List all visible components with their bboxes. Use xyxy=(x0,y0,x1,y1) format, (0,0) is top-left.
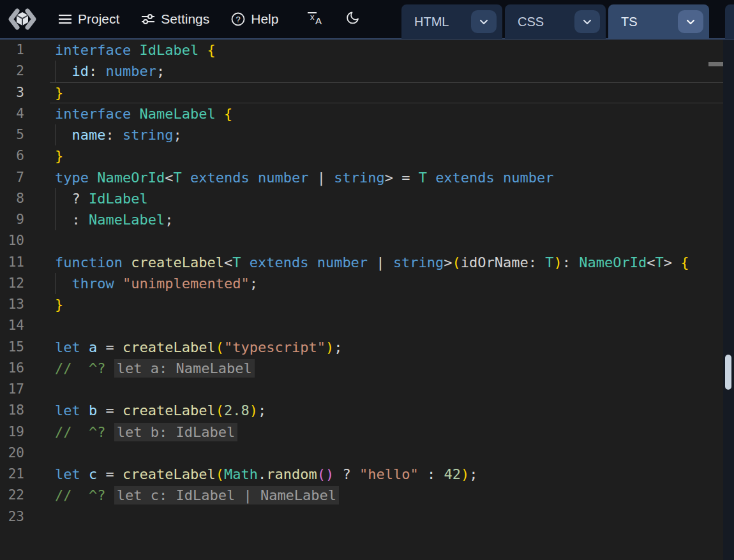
code-token xyxy=(89,170,97,186)
code-line[interactable]: 23 xyxy=(0,506,723,527)
code-line[interactable]: 13} xyxy=(0,294,723,315)
code-line[interactable]: 10 xyxy=(0,230,723,251)
tab-ts-dropdown-button[interactable] xyxy=(678,10,703,33)
line-number[interactable]: 11 xyxy=(0,252,24,273)
menu-settings[interactable]: Settings xyxy=(130,0,220,38)
code-token: interface xyxy=(55,42,131,58)
code-token: ; xyxy=(258,402,266,418)
line-number[interactable]: 16 xyxy=(0,358,24,379)
code-line[interactable]: 14 xyxy=(0,315,723,336)
line-number[interactable]: 12 xyxy=(0,273,24,294)
code-line[interactable]: 6} xyxy=(0,145,723,166)
tab-html[interactable]: HTML xyxy=(401,4,502,39)
line-number[interactable]: 15 xyxy=(0,337,24,358)
line-number[interactable]: 9 xyxy=(0,209,24,230)
code-token: // ^? xyxy=(55,360,114,376)
code-token: ; xyxy=(156,63,165,79)
code-line[interactable]: 9 : NameLabel; xyxy=(0,209,723,230)
code-editor[interactable]: 1interface IdLabel {2 id: number;3}4inte… xyxy=(0,40,723,560)
code-token: extends xyxy=(250,254,309,270)
code-token: createLabel xyxy=(123,339,216,355)
menu-help[interactable]: ? Help xyxy=(220,0,289,38)
code-line[interactable]: 18let b = createLabel(2.8); xyxy=(0,400,723,421)
line-number[interactable]: 14 xyxy=(0,315,24,336)
code-token: = xyxy=(97,466,123,482)
code-content: let b = createLabel(2.8); xyxy=(55,400,266,421)
line-number[interactable]: 19 xyxy=(0,422,24,443)
code-line[interactable]: 11function createLabel<T extends number … xyxy=(0,252,723,273)
tab-ts-label: TS xyxy=(621,15,678,29)
line-number[interactable]: 2 xyxy=(0,61,24,82)
code-token xyxy=(55,127,72,143)
code-content: name: string; xyxy=(55,124,182,145)
code-line[interactable]: 1interface IdLabel { xyxy=(0,40,723,61)
code-line[interactable]: 2 id: number; xyxy=(0,61,723,82)
code-token xyxy=(198,42,207,58)
line-number[interactable]: 20 xyxy=(0,443,24,464)
code-line[interactable]: 19// ^? let b: IdLabel xyxy=(0,422,723,443)
code-token: ; xyxy=(173,127,181,143)
code-token: NameLabel xyxy=(139,106,215,122)
tab-ts[interactable]: TS xyxy=(608,4,709,39)
code-token: let xyxy=(55,466,80,482)
code-line[interactable]: 5 name: string; xyxy=(0,124,723,145)
code-token xyxy=(131,42,139,58)
line-number[interactable]: 4 xyxy=(0,103,24,124)
code-token: } xyxy=(55,85,63,101)
tab-html-dropdown-button[interactable] xyxy=(471,10,497,33)
editor-scrollbar-track[interactable] xyxy=(723,40,734,560)
code-line[interactable]: 8 ? IdLabel xyxy=(0,188,723,209)
line-number[interactable]: 23 xyxy=(0,506,24,527)
code-line[interactable]: 21let c = createLabel(Math.random() ? "h… xyxy=(0,464,723,485)
code-token: ( xyxy=(216,339,224,355)
code-line[interactable]: 15let a = createLabel("typescript"); xyxy=(0,337,723,358)
code-token: let xyxy=(55,402,80,418)
editor-scrollbar-thumb[interactable] xyxy=(725,355,731,390)
code-token: > xyxy=(664,254,681,270)
indent-guide xyxy=(55,124,56,145)
tab-css[interactable]: CSS xyxy=(505,4,606,39)
code-line[interactable]: 12 throw "unimplemented"; xyxy=(0,273,723,294)
hamburger-menu-icon xyxy=(58,13,72,25)
translate-button[interactable]: x A xyxy=(297,0,334,38)
code-token xyxy=(495,170,503,186)
menu-project[interactable]: Project xyxy=(47,0,130,38)
code-token: createLabel xyxy=(131,254,224,270)
code-token: string xyxy=(393,254,444,270)
line-number[interactable]: 7 xyxy=(0,167,24,188)
editor-pane: 1interface IdLabel {2 id: number;3}4inte… xyxy=(0,40,734,560)
code-line[interactable]: 17 xyxy=(0,379,723,400)
moon-icon xyxy=(345,10,361,28)
code-token: "hello" xyxy=(359,466,419,482)
code-token: < xyxy=(647,254,655,270)
code-token: NameLabel xyxy=(89,212,165,228)
line-number[interactable]: 8 xyxy=(0,188,24,209)
app-logo-icon[interactable] xyxy=(8,4,37,34)
dark-mode-toggle[interactable] xyxy=(335,0,371,38)
line-number[interactable]: 1 xyxy=(0,40,24,61)
code-line[interactable]: 4interface NameLabel { xyxy=(0,103,723,124)
line-number[interactable]: 17 xyxy=(0,379,24,400)
line-number[interactable]: 18 xyxy=(0,400,24,421)
help-icon: ? xyxy=(231,12,245,26)
code-token: { xyxy=(680,254,689,270)
code-line[interactable]: 3} xyxy=(0,82,723,103)
code-line[interactable]: 22// ^? let c: IdLabel | NameLabel xyxy=(0,485,723,506)
code-token: : xyxy=(105,127,123,143)
line-number[interactable]: 22 xyxy=(0,485,24,506)
tab-css-dropdown-button[interactable] xyxy=(574,10,600,33)
code-line[interactable]: 7type NameOrId<T extends number | string… xyxy=(0,167,723,188)
code-line[interactable]: 16// ^? let a: NameLabel xyxy=(0,358,723,379)
code-token: createLabel xyxy=(123,466,216,482)
line-number[interactable]: 6 xyxy=(0,145,24,166)
line-number[interactable]: 13 xyxy=(0,294,24,315)
line-number[interactable]: 5 xyxy=(0,124,24,145)
svg-text:A: A xyxy=(315,15,322,26)
line-number[interactable]: 3 xyxy=(0,82,24,103)
line-number[interactable]: 21 xyxy=(0,464,24,485)
code-token: = xyxy=(97,339,123,355)
code-line[interactable]: 20 xyxy=(0,443,723,464)
code-token: T xyxy=(232,254,241,270)
partial-next-tab[interactable] xyxy=(725,4,734,39)
line-number[interactable]: 10 xyxy=(0,230,24,251)
